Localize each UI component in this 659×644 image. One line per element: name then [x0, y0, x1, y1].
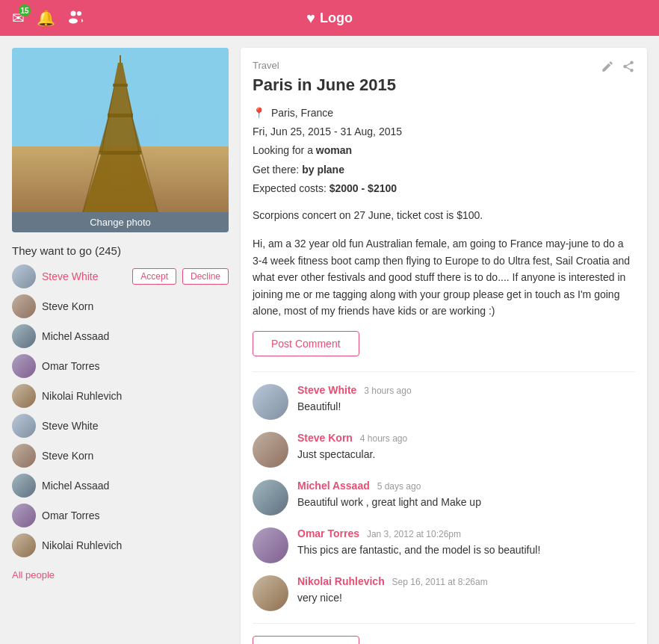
comment-body: Steve White 3 hours ago Beautiful! [297, 384, 412, 420]
comment-avatar [253, 480, 288, 515]
list-item: Steve White [12, 414, 229, 438]
costs-value: $2000 - $2100 [330, 182, 397, 194]
comment-text: very nice! [297, 590, 488, 606]
list-item: Nikolai Ruhlevich [12, 533, 229, 557]
comment-header: Nikolai Ruhlevich Sep 16, 2011 at 8:26am [297, 575, 488, 587]
person-name: Omar Torres [42, 360, 229, 372]
divider-bottom [253, 623, 635, 624]
comment-body: Nikolai Ruhlevich Sep 16, 2011 at 8:26am… [297, 575, 488, 611]
trip-highlight: Scorpions concert on 27 June, ticket cos… [253, 207, 635, 223]
comment-time: Sep 16, 2011 at 8:26am [392, 577, 488, 587]
person-name: Nikolai Ruhlevich [42, 539, 229, 551]
comment-avatar [253, 384, 288, 420]
comments-section: Steve White 3 hours ago Beautiful! Steve… [253, 384, 635, 611]
comment-avatar [253, 527, 288, 563]
comment-item: Nikolai Ruhlevich Sep 16, 2011 at 8:26am… [253, 575, 635, 611]
mail-badge: 15 [19, 4, 31, 16]
comment-item: Michel Assaad 5 days ago Beautiful work … [253, 480, 635, 515]
list-item: Steve Korn [12, 444, 229, 468]
comment-text: This pics are fantastic, and the model i… [297, 542, 540, 558]
commenter-name[interactable]: Michel Assaad [297, 480, 370, 492]
person-name: Steve White [42, 420, 229, 432]
mail-icon[interactable]: ✉ 15 [12, 9, 25, 27]
divider [253, 371, 635, 372]
person-name: Michel Assaad [42, 330, 229, 342]
person-name-steve-white[interactable]: Steve White [42, 270, 126, 282]
svg-marker-5 [99, 115, 141, 152]
commenter-name[interactable]: Steve Korn [297, 432, 353, 444]
post-comment-button-bottom[interactable]: Post Comment [253, 636, 359, 644]
avatar [12, 504, 36, 527]
commenter-name[interactable]: Steve White [297, 384, 356, 396]
trip-header: Travel Paris in June 2015 [253, 60, 635, 104]
expected-costs: Expected costs: $2000 - $2100 [253, 179, 635, 198]
left-panel: Change photo They want to go (245) Steve… [12, 48, 229, 644]
comment-time: 4 hours ago [360, 433, 407, 444]
decline-button[interactable]: Decline [182, 268, 229, 285]
transport-value: by plane [302, 164, 344, 176]
trip-description: Hi, am a 32 year old fun Australian fema… [253, 235, 635, 319]
comment-time: Jan 3, 2012 at 10:26pm [367, 529, 461, 539]
location-pin-icon: 📍 [253, 107, 265, 119]
list-item: Michel Assaad [12, 324, 229, 348]
person-name: Steve Korn [42, 300, 229, 312]
comment-body: Michel Assaad 5 days ago Beautiful work … [297, 480, 481, 515]
bell-icon[interactable]: 🔔 [37, 9, 55, 27]
post-comment-button-top[interactable]: Post Comment [253, 331, 359, 356]
person-row-first: Steve White Accept Decline [12, 264, 229, 288]
comment-body: Steve Korn 4 hours ago Just spectacular. [297, 432, 407, 468]
they-want-section: They want to go (245) Steve White Accept… [12, 244, 229, 580]
logo-area: ♥ Logo [306, 10, 353, 27]
eiffel-tower-svg [75, 55, 165, 212]
header-icons [601, 60, 635, 77]
looking-for: Looking for a woman [253, 141, 635, 160]
share-icon[interactable] [622, 60, 635, 77]
comment-header: Steve Korn 4 hours ago [297, 432, 407, 444]
avatar [12, 324, 36, 348]
svg-rect-8 [99, 151, 141, 155]
avatar [12, 264, 36, 288]
trip-dates: Fri, Jun 25, 2015 - 31 Aug, 2015 [253, 123, 635, 141]
trip-meta: 📍 Paris, France Fri, Jun 25, 2015 - 31 A… [253, 104, 635, 198]
edit-icon[interactable] [601, 60, 614, 77]
person-name: Nikolai Ruhlevich [42, 390, 229, 402]
avatar [12, 474, 36, 498]
all-people-link[interactable]: All people [12, 569, 55, 580]
avatar [12, 444, 36, 468]
comment-avatar [253, 575, 288, 611]
comment-item: Steve Korn 4 hours ago Just spectacular. [253, 432, 635, 468]
comment-body: Omar Torres Jan 3, 2012 at 10:26pm This … [297, 527, 540, 563]
svg-rect-9 [108, 114, 133, 117]
topnav: ✉ 15 🔔 ♥ Logo [0, 0, 659, 36]
comment-text: Just spectacular. [297, 447, 407, 462]
list-item: Omar Torres [12, 354, 229, 378]
svg-point-1 [69, 18, 78, 23]
svg-point-0 [71, 10, 76, 16]
person-name: Omar Torres [42, 510, 229, 521]
people-icon[interactable] [67, 8, 84, 28]
accept-button[interactable]: Accept [132, 268, 176, 285]
svg-point-2 [77, 11, 81, 16]
person-name: Steve Korn [42, 450, 229, 462]
comment-header: Omar Torres Jan 3, 2012 at 10:26pm [297, 527, 540, 539]
get-there: Get there: by plane [253, 161, 635, 179]
logo-text: Logo [320, 10, 353, 26]
list-item: Nikolai Ruhlevich [12, 384, 229, 408]
avatar [12, 354, 36, 378]
list-item: Omar Torres [12, 504, 229, 527]
svg-marker-7 [114, 63, 127, 85]
svg-marker-4 [83, 152, 158, 212]
svg-rect-10 [113, 84, 128, 87]
trip-location: Paris, France [271, 107, 333, 119]
comment-avatar [253, 432, 288, 468]
change-photo-button[interactable]: Change photo [12, 212, 229, 232]
avatar [12, 294, 36, 318]
commenter-name[interactable]: Nikolai Ruhlevich [297, 575, 385, 587]
avatar [12, 384, 36, 408]
avatar [12, 533, 36, 557]
commenter-name[interactable]: Omar Torres [297, 527, 359, 539]
comment-item: Steve White 3 hours ago Beautiful! [253, 384, 635, 420]
trip-title: Paris in June 2015 [253, 75, 396, 95]
photo-container: Change photo [12, 48, 229, 232]
list-item: Steve Korn [12, 294, 229, 318]
